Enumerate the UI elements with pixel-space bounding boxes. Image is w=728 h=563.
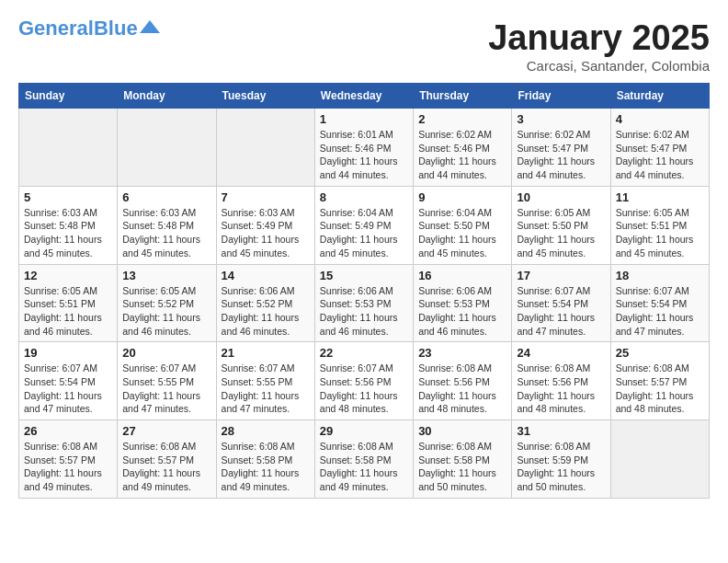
calendar-header-saturday: Saturday	[610, 84, 709, 109]
day-number: 18	[616, 269, 704, 282]
calendar-cell	[216, 109, 314, 187]
day-number: 31	[517, 424, 605, 438]
day-info: Sunrise: 6:05 AMSunset: 5:51 PMDaylight:…	[616, 206, 704, 260]
day-info: Sunrise: 6:07 AMSunset: 5:54 PMDaylight:…	[24, 362, 112, 416]
calendar-week-row: 5Sunrise: 6:03 AMSunset: 5:48 PMDaylight…	[19, 186, 710, 264]
day-info: Sunrise: 6:03 AMSunset: 5:49 PMDaylight:…	[222, 206, 310, 260]
calendar-week-row: 12Sunrise: 6:05 AMSunset: 5:51 PMDayligh…	[19, 264, 710, 342]
calendar-header-sunday: Sunday	[19, 84, 118, 109]
day-info: Sunrise: 6:04 AMSunset: 5:49 PMDaylight:…	[320, 206, 408, 260]
calendar-week-row: 19Sunrise: 6:07 AMSunset: 5:54 PMDayligh…	[19, 342, 710, 420]
day-number: 25	[616, 346, 704, 360]
calendar-header-thursday: Thursday	[414, 84, 512, 109]
day-number: 13	[122, 269, 210, 282]
day-number: 5	[24, 190, 112, 204]
calendar-cell: 7Sunrise: 6:03 AMSunset: 5:49 PMDaylight…	[216, 186, 314, 264]
calendar-header-monday: Monday	[118, 84, 216, 109]
day-info: Sunrise: 6:08 AMSunset: 5:59 PMDaylight:…	[517, 440, 605, 494]
calendar-cell: 18Sunrise: 6:07 AMSunset: 5:54 PMDayligh…	[610, 264, 709, 342]
day-number: 11	[616, 190, 704, 204]
calendar-cell: 27Sunrise: 6:08 AMSunset: 5:57 PMDayligh…	[118, 420, 216, 499]
day-info: Sunrise: 6:02 AMSunset: 5:47 PMDaylight:…	[616, 128, 704, 182]
calendar-cell: 10Sunrise: 6:05 AMSunset: 5:50 PMDayligh…	[512, 186, 610, 264]
day-info: Sunrise: 6:05 AMSunset: 5:51 PMDaylight:…	[24, 284, 112, 339]
day-number: 27	[122, 424, 210, 438]
calendar-cell: 2Sunrise: 6:02 AMSunset: 5:46 PMDaylight…	[414, 109, 512, 187]
calendar-cell: 20Sunrise: 6:07 AMSunset: 5:55 PMDayligh…	[118, 342, 216, 420]
calendar-table: SundayMondayTuesdayWednesdayThursdayFrid…	[18, 83, 710, 499]
day-info: Sunrise: 6:08 AMSunset: 5:57 PMDaylight:…	[24, 440, 112, 494]
day-info: Sunrise: 6:02 AMSunset: 5:47 PMDaylight:…	[517, 128, 605, 182]
calendar-header-row: SundayMondayTuesdayWednesdayThursdayFrid…	[19, 84, 710, 109]
day-info: Sunrise: 6:05 AMSunset: 5:50 PMDaylight:…	[517, 206, 605, 260]
calendar-cell: 28Sunrise: 6:08 AMSunset: 5:58 PMDayligh…	[216, 420, 314, 499]
calendar-cell: 31Sunrise: 6:08 AMSunset: 5:59 PMDayligh…	[512, 420, 610, 499]
logo-icon	[140, 20, 160, 33]
calendar-cell: 9Sunrise: 6:04 AMSunset: 5:50 PMDaylight…	[414, 186, 512, 264]
calendar-cell: 5Sunrise: 6:03 AMSunset: 5:48 PMDaylight…	[19, 186, 118, 264]
calendar-cell	[118, 109, 216, 187]
day-number: 30	[418, 424, 506, 438]
calendar-cell: 22Sunrise: 6:07 AMSunset: 5:56 PMDayligh…	[314, 342, 413, 420]
day-info: Sunrise: 6:02 AMSunset: 5:46 PMDaylight:…	[418, 128, 506, 182]
day-number: 7	[222, 190, 310, 204]
svg-marker-0	[140, 20, 160, 33]
day-number: 23	[418, 346, 506, 360]
calendar-cell: 30Sunrise: 6:08 AMSunset: 5:58 PMDayligh…	[414, 420, 512, 499]
day-number: 17	[517, 269, 605, 282]
calendar-cell: 12Sunrise: 6:05 AMSunset: 5:51 PMDayligh…	[19, 264, 118, 342]
day-info: Sunrise: 6:08 AMSunset: 5:58 PMDaylight:…	[222, 440, 310, 494]
day-info: Sunrise: 6:07 AMSunset: 5:55 PMDaylight:…	[122, 362, 210, 416]
logo-text: GeneralBlue	[18, 18, 138, 39]
day-info: Sunrise: 6:07 AMSunset: 5:55 PMDaylight:…	[222, 362, 310, 416]
day-info: Sunrise: 6:06 AMSunset: 5:53 PMDaylight:…	[418, 284, 506, 339]
calendar-cell: 26Sunrise: 6:08 AMSunset: 5:57 PMDayligh…	[19, 420, 118, 499]
day-number: 22	[320, 346, 408, 360]
calendar-week-row: 26Sunrise: 6:08 AMSunset: 5:57 PMDayligh…	[19, 420, 710, 499]
calendar-cell: 11Sunrise: 6:05 AMSunset: 5:51 PMDayligh…	[610, 186, 709, 264]
day-info: Sunrise: 6:08 AMSunset: 5:57 PMDaylight:…	[616, 362, 704, 416]
day-info: Sunrise: 6:01 AMSunset: 5:46 PMDaylight:…	[320, 128, 408, 182]
calendar-cell: 13Sunrise: 6:05 AMSunset: 5:52 PMDayligh…	[118, 264, 216, 342]
page-header: GeneralBlue January 2025 Carcasi, Santan…	[18, 18, 710, 74]
day-info: Sunrise: 6:03 AMSunset: 5:48 PMDaylight:…	[24, 206, 112, 260]
day-number: 16	[418, 269, 506, 282]
day-number: 12	[24, 269, 112, 282]
calendar-cell: 25Sunrise: 6:08 AMSunset: 5:57 PMDayligh…	[610, 342, 709, 420]
calendar-cell: 14Sunrise: 6:06 AMSunset: 5:52 PMDayligh…	[216, 264, 314, 342]
calendar-week-row: 1Sunrise: 6:01 AMSunset: 5:46 PMDaylight…	[19, 109, 710, 187]
calendar-header-tuesday: Tuesday	[216, 84, 314, 109]
day-number: 20	[122, 346, 210, 360]
day-number: 21	[222, 346, 310, 360]
calendar-cell: 1Sunrise: 6:01 AMSunset: 5:46 PMDaylight…	[314, 109, 413, 187]
logo-general: General	[18, 17, 94, 40]
logo-blue: Blue	[94, 17, 138, 40]
day-info: Sunrise: 6:05 AMSunset: 5:52 PMDaylight:…	[122, 284, 210, 339]
logo: GeneralBlue	[18, 18, 160, 39]
day-info: Sunrise: 6:08 AMSunset: 5:58 PMDaylight:…	[320, 440, 408, 494]
day-info: Sunrise: 6:08 AMSunset: 5:56 PMDaylight:…	[517, 362, 605, 416]
day-info: Sunrise: 6:04 AMSunset: 5:50 PMDaylight:…	[418, 206, 506, 260]
calendar-cell: 16Sunrise: 6:06 AMSunset: 5:53 PMDayligh…	[414, 264, 512, 342]
day-number: 14	[222, 269, 310, 282]
calendar-cell	[19, 109, 118, 187]
day-number: 8	[320, 190, 408, 204]
day-number: 4	[616, 112, 704, 126]
day-info: Sunrise: 6:08 AMSunset: 5:57 PMDaylight:…	[122, 440, 210, 494]
calendar-cell: 23Sunrise: 6:08 AMSunset: 5:56 PMDayligh…	[414, 342, 512, 420]
month-title: January 2025	[488, 18, 710, 58]
day-number: 26	[24, 424, 112, 438]
day-info: Sunrise: 6:07 AMSunset: 5:56 PMDaylight:…	[320, 362, 408, 416]
calendar-cell: 24Sunrise: 6:08 AMSunset: 5:56 PMDayligh…	[512, 342, 610, 420]
calendar-cell: 8Sunrise: 6:04 AMSunset: 5:49 PMDaylight…	[314, 186, 413, 264]
title-block: January 2025 Carcasi, Santander, Colombi…	[488, 18, 710, 74]
day-info: Sunrise: 6:03 AMSunset: 5:48 PMDaylight:…	[122, 206, 210, 260]
day-number: 3	[517, 112, 605, 126]
calendar-cell: 4Sunrise: 6:02 AMSunset: 5:47 PMDaylight…	[610, 109, 709, 187]
day-number: 6	[122, 190, 210, 204]
day-number: 15	[320, 269, 408, 282]
location-subtitle: Carcasi, Santander, Colombia	[488, 58, 710, 74]
day-number: 19	[24, 346, 112, 360]
day-number: 24	[517, 346, 605, 360]
day-number: 28	[222, 424, 310, 438]
